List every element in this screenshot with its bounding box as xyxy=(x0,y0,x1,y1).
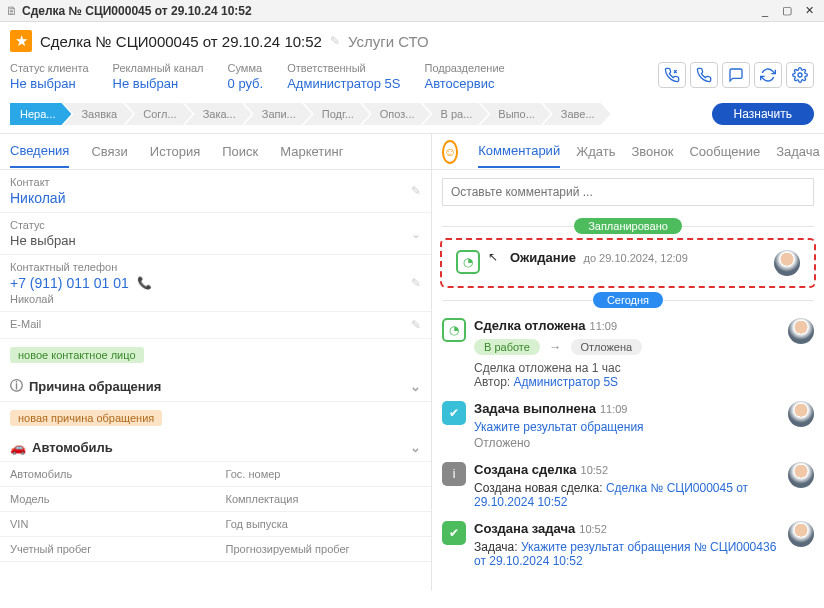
car-section[interactable]: 🚗 Автомобиль ⌄ xyxy=(0,434,431,462)
waiting-title[interactable]: Ожидание xyxy=(510,250,576,265)
summary-row: Статус клиента Не выбран Рекламный канал… xyxy=(0,60,824,99)
task-created-text: Задача: xyxy=(474,540,518,554)
rtab-task[interactable]: Задача xyxy=(776,136,820,167)
deal-created-time: 10:52 xyxy=(581,464,609,476)
pencil-icon[interactable]: ✎ xyxy=(411,276,421,290)
task-done-link[interactable]: Укажите результат обращения xyxy=(474,420,780,434)
author-link[interactable]: Администратор 5S xyxy=(514,375,619,389)
chip-in-work: В работе xyxy=(474,339,540,355)
new-contact-tag: новое контактное лицо xyxy=(10,347,144,363)
col-car[interactable]: Автомобиль xyxy=(0,462,216,487)
division-value[interactable]: Автосервис xyxy=(425,76,505,91)
clock-icon: ◔ xyxy=(442,318,466,342)
pencil-icon[interactable]: ✎ xyxy=(411,184,421,198)
star-icon[interactable]: ★ xyxy=(10,30,32,52)
responsible-value[interactable]: Администратор 5S xyxy=(287,76,400,91)
rtab-message[interactable]: Сообщение xyxy=(689,136,760,167)
phone-out-icon[interactable] xyxy=(690,62,718,88)
postponed-text: Сделка отложена на 1 час xyxy=(474,361,780,375)
tab-marketing[interactable]: Маркетинг xyxy=(280,136,343,167)
col-gos[interactable]: Гос. номер xyxy=(216,462,432,487)
contact-label: Контакт xyxy=(10,176,421,188)
tab-history[interactable]: История xyxy=(150,136,200,167)
clock-icon: ◔ xyxy=(456,250,480,274)
status-field-value[interactable]: Не выбран xyxy=(10,233,421,248)
client-status-value[interactable]: Не выбран xyxy=(10,76,89,91)
author-label: Автор: xyxy=(474,375,510,389)
avatar[interactable] xyxy=(788,521,814,547)
phone-value[interactable]: +7 (911) 011 01 01 xyxy=(10,275,129,291)
maximize-button[interactable]: ▢ xyxy=(778,3,796,19)
assign-button[interactable]: Назначить xyxy=(712,103,814,125)
minimize-button[interactable]: _ xyxy=(756,3,774,19)
avatar[interactable] xyxy=(788,318,814,344)
phone-in-icon[interactable] xyxy=(658,62,686,88)
tab-details[interactable]: Сведения xyxy=(10,135,69,168)
task-created-title: Создана задача xyxy=(474,521,575,536)
reason-section[interactable]: ⓘ Причина обращения ⌄ xyxy=(0,371,431,402)
stage-3[interactable]: Согл... xyxy=(125,103,192,125)
col-vin[interactable]: VIN xyxy=(0,512,216,537)
rtab-comment[interactable]: Комментарий xyxy=(478,135,560,168)
gear-icon[interactable] xyxy=(786,62,814,88)
stage-2[interactable]: Заявка xyxy=(63,103,133,125)
sum-value[interactable]: 0 руб. xyxy=(228,76,264,91)
document-icon: 🗎 xyxy=(6,4,18,18)
client-status-label: Статус клиента xyxy=(10,62,89,74)
stage-10[interactable]: Заве... xyxy=(543,103,611,125)
postponed-title: Сделка отложена xyxy=(474,318,586,333)
car-icon: 🚗 xyxy=(10,440,26,455)
postponed-time: 11:09 xyxy=(590,320,618,332)
deal-title: Сделка № СЦИ000045 от 29.10.24 10:52 xyxy=(40,33,322,50)
new-reason-tag: новая причина обращения xyxy=(10,410,162,426)
channel-value[interactable]: Не выбран xyxy=(113,76,204,91)
col-predicted[interactable]: Прогнозируемый пробег xyxy=(216,537,432,562)
call-icon[interactable]: 📞 xyxy=(137,276,152,290)
comment-input[interactable] xyxy=(442,178,814,206)
window-title: Сделка № СЦИ000045 от 29.10.24 10:52 xyxy=(22,4,252,18)
check-icon: ✔ xyxy=(442,401,466,425)
rtab-call[interactable]: Звонок xyxy=(631,136,673,167)
smiley-icon[interactable]: ☺ xyxy=(442,140,458,164)
waiting-until: до 29.10.2024, 12:09 xyxy=(584,252,688,264)
col-model[interactable]: Модель xyxy=(0,487,216,512)
tab-search[interactable]: Поиск xyxy=(222,136,258,167)
chip-postponed: Отложена xyxy=(571,339,643,355)
titlebar: 🗎 Сделка № СЦИ000045 от 29.10.24 10:52 _… xyxy=(0,0,824,22)
stage-9[interactable]: Выпо... xyxy=(480,103,551,125)
right-panel: ☺ Комментарий Ждать Звонок Сообщение Зад… xyxy=(432,134,824,591)
stage-8[interactable]: В ра... xyxy=(423,103,489,125)
stage-5[interactable]: Запи... xyxy=(244,103,312,125)
stage-6[interactable]: Подг... xyxy=(304,103,370,125)
today-pill: Сегодня xyxy=(593,292,663,308)
phone-owner: Николай xyxy=(10,293,421,305)
pencil-icon[interactable]: ✎ xyxy=(411,318,421,332)
division-label: Подразделение xyxy=(425,62,505,74)
col-year[interactable]: Год выпуска xyxy=(216,512,432,537)
message-icon[interactable] xyxy=(722,62,750,88)
planned-pill: Запланировано xyxy=(574,218,682,234)
refresh-icon[interactable] xyxy=(754,62,782,88)
chevron-down-icon[interactable]: ⌄ xyxy=(411,227,421,241)
rtab-wait[interactable]: Ждать xyxy=(576,136,615,167)
stage-7[interactable]: Опоз... xyxy=(362,103,431,125)
avatar[interactable] xyxy=(788,462,814,488)
stage-4[interactable]: Зака... xyxy=(185,103,252,125)
avatar[interactable] xyxy=(788,401,814,427)
contact-value[interactable]: Николай xyxy=(10,190,421,206)
close-button[interactable]: ✕ xyxy=(800,3,818,19)
col-kompl[interactable]: Комплектация xyxy=(216,487,432,512)
task-done-status: Отложено xyxy=(474,436,780,450)
service-label: Услуги СТО xyxy=(348,33,429,50)
stage-1[interactable]: Нера... xyxy=(10,103,71,125)
tab-relations[interactable]: Связи xyxy=(91,136,127,167)
pencil-icon[interactable]: ✎ xyxy=(330,34,340,48)
email-label: E-Mail xyxy=(10,318,421,330)
chevron-down-icon: ⌄ xyxy=(410,379,421,394)
avatar[interactable] xyxy=(774,250,800,276)
col-recorded[interactable]: Учетный пробег xyxy=(0,537,216,562)
deal-created-title: Создана сделка xyxy=(474,462,577,477)
info-icon: i xyxy=(442,462,466,486)
task-created-link[interactable]: Укажите результат обращения № СЦИ000436 … xyxy=(474,540,776,568)
stages-row: Нера... Заявка Согл... Зака... Запи... П… xyxy=(0,99,824,133)
